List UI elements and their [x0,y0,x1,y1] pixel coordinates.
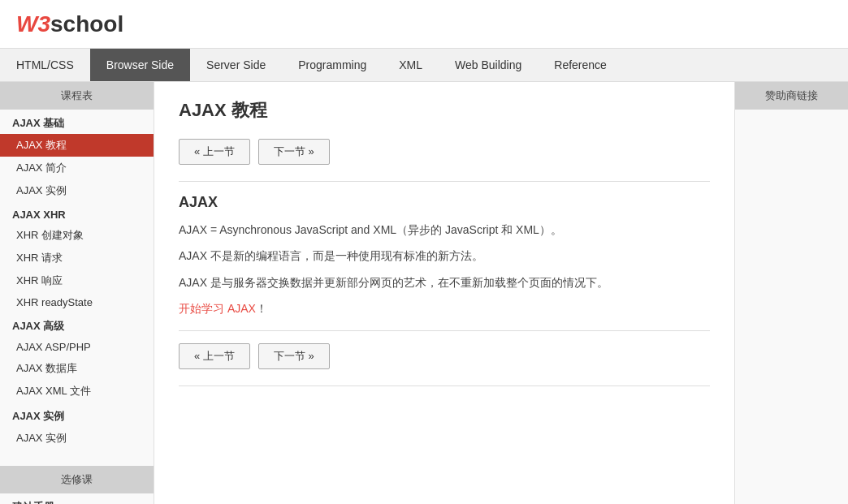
nav-item-programming[interactable]: Programming [282,49,383,81]
nav-item-browser-side[interactable]: Browser Side [90,49,190,81]
content-paragraph-2: AJAX 不是新的编程语言，而是一种使用现有标准的新方法。 [179,247,710,265]
divider-after-bottom-nav [179,386,710,386]
main-content: AJAX 教程 « 上一节 下一节 » AJAX AJAX = Asynchro… [154,82,734,504]
start-link-suffix: ！ [256,302,267,315]
nav-item-xml[interactable]: XML [383,49,439,81]
next-button-bottom[interactable]: 下一节 » [258,343,330,369]
content-section: AJAX AJAX = Asynchronous JavaScript and … [179,194,710,318]
sidebar-group-ajax-examples: AJAX 实例 [0,403,154,427]
nav-item-html-css[interactable]: HTML/CSS [0,49,90,81]
logo-w3: W3 [16,11,50,37]
sidebar-link-ajax-intro[interactable]: AJAX 简介 [0,157,154,179]
sidebar-section-title: 课程表 [0,82,154,110]
nav-item-reference[interactable]: Reference [538,49,623,81]
divider-bottom [179,330,710,331]
bottom-nav-buttons: « 上一节 下一节 » [179,343,710,369]
right-panel: 赞助商链接 [734,82,848,504]
top-nav-buttons: « 上一节 下一节 » [179,139,710,165]
sidebar-group-ajax-advanced: AJAX 高级 [0,312,154,337]
sidebar-link-ajax-examples[interactable]: AJAX 实例 [0,427,154,450]
sidebar-link-xhr-create[interactable]: XHR 创建对象 [0,224,154,247]
nav-item-server-side[interactable]: Server Side [190,49,282,81]
prev-button-top[interactable]: « 上一节 [179,139,250,165]
sidebar-link-xhr-response[interactable]: XHR 响应 [0,269,154,292]
next-button-top[interactable]: 下一节 » [258,139,330,165]
content-paragraph-1: AJAX = Asynchronous JavaScript and XML（异… [179,221,710,239]
content-subtitle: AJAX [179,194,710,211]
content-paragraph-3: AJAX 是与服务器交换数据并更新部分网页的艺术，在不重新加载整个页面的情况下。 [179,274,710,291]
prev-button-bottom[interactable]: « 上一节 [179,343,250,369]
right-panel-title: 赞助商链接 [735,82,848,110]
logo: W3school [16,11,123,37]
start-learning-link[interactable]: 开始学习 AJAX [179,302,256,315]
sidebar-link-xhr-request[interactable]: XHR 请求 [0,247,154,269]
nav-item-web-building[interactable]: Web Building [439,49,538,81]
sidebar-link-ajax-example[interactable]: AJAX 实例 [0,179,154,202]
sidebar-link-ajax-asp-php[interactable]: AJAX ASP/PHP [0,337,154,357]
sidebar-group-ajax-xhr: AJAX XHR [0,202,154,224]
main-nav: HTML/CSS Browser Side Server Side Progra… [0,49,848,82]
start-link-container: 开始学习 AJAX！ [179,299,710,317]
sidebar-link-xhr-readystate[interactable]: XHR readyState [0,292,154,312]
sidebar: 课程表 AJAX 基础 AJAX 教程 AJAX 简介 AJAX 实例 AJAX… [0,82,154,504]
sidebar-link-ajax-database[interactable]: AJAX 数据库 [0,357,154,380]
divider-top [179,181,710,182]
sidebar-optional-section-title: 选修课 [0,466,154,493]
layout: 课程表 AJAX 基础 AJAX 教程 AJAX 简介 AJAX 实例 AJAX… [0,82,848,504]
logo-school: school [50,11,123,37]
sidebar-link-ajax-tutorial[interactable]: AJAX 教程 [0,134,154,157]
page-title: AJAX 教程 [179,98,710,123]
header: W3school [0,0,848,49]
sidebar-link-ajax-xml[interactable]: AJAX XML 文件 [0,380,154,403]
sidebar-group-site-manual: 建站手册 [0,493,154,504]
sidebar-group-ajax-basics: AJAX 基础 [0,110,154,134]
